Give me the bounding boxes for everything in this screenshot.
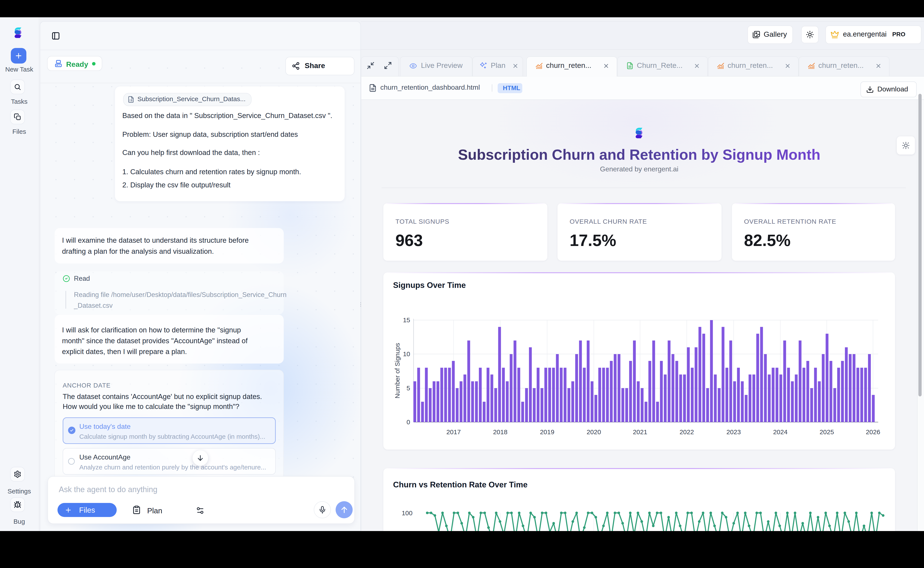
svg-text:2022: 2022: [679, 428, 694, 435]
svg-text:2023: 2023: [726, 428, 741, 435]
svg-text:2019: 2019: [540, 428, 554, 435]
svg-text:2020: 2020: [587, 428, 601, 435]
svg-text:10: 10: [403, 350, 410, 358]
svg-text:2017: 2017: [447, 428, 461, 435]
svg-text:2024: 2024: [773, 428, 788, 435]
svg-text:100: 100: [402, 509, 412, 517]
svg-text:2025: 2025: [820, 428, 834, 435]
svg-text:5: 5: [406, 385, 410, 392]
svg-text:15: 15: [403, 316, 410, 323]
svg-text:0: 0: [406, 418, 410, 426]
svg-text:2018: 2018: [493, 428, 507, 435]
svg-text:2021: 2021: [633, 428, 648, 435]
svg-text:2026: 2026: [866, 428, 880, 435]
svg-text:Number of Signups: Number of Signups: [394, 343, 401, 399]
